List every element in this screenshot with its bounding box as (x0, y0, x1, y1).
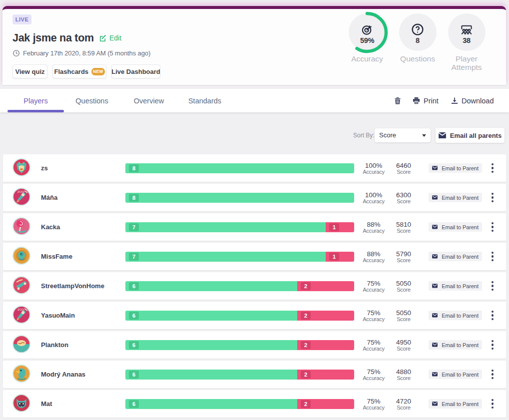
svg-text:ZOO: ZOO (17, 190, 24, 193)
svg-text:ZOO: ZOO (17, 308, 24, 311)
